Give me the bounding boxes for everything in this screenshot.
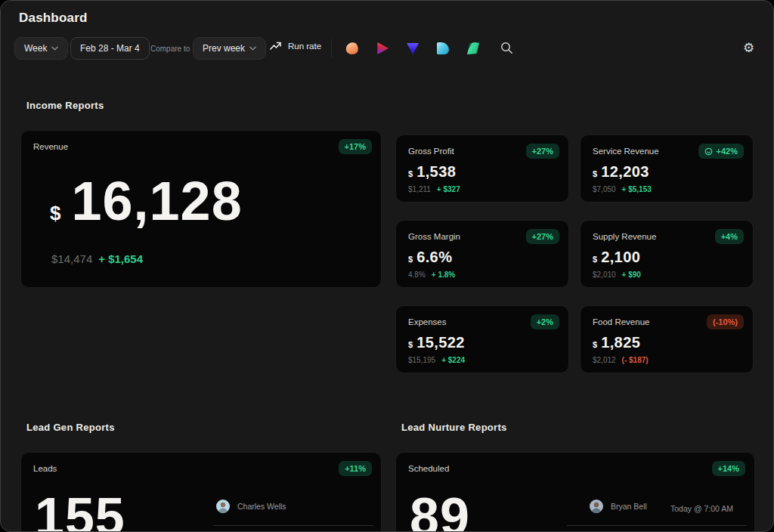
period-selector-label: Week xyxy=(24,43,47,54)
metric-comparison: $2,010 + $90 xyxy=(593,271,641,279)
change-badge: (-10%) xyxy=(707,314,744,329)
metric-value: $ 15,522 xyxy=(408,334,465,351)
change-badge: +4% xyxy=(715,229,744,244)
avatar xyxy=(590,500,603,513)
lead-person-row[interactable]: Charles Wells xyxy=(216,500,286,513)
currency-symbol: $ xyxy=(50,202,60,225)
flag-logo-icon[interactable] xyxy=(467,42,479,54)
revenue-card[interactable]: Revenue +17% $ 16,128 $14,474 + $1,654 xyxy=(20,130,382,288)
supply-revenue-card[interactable]: Supply Revenue +4% $ 2,100 $2,010 + $90 xyxy=(580,220,754,288)
nurture-person-row[interactable]: Bryan Bell xyxy=(590,500,647,513)
person-name: Bryan Bell xyxy=(611,502,647,511)
change-badge: +14% xyxy=(712,461,745,476)
badge-medal-icon xyxy=(704,147,713,156)
revenue-value: $ 16,128 xyxy=(50,170,243,232)
revenue-comparison: $14,474 + $1,654 xyxy=(51,252,143,265)
chevron-down-icon xyxy=(51,46,58,51)
gross-profit-card[interactable]: Gross Profit +27% $ 1,538 $1,211 + $327 xyxy=(395,135,569,203)
metric-comparison: $7,050 + $5,153 xyxy=(593,185,652,193)
toolbar-divider xyxy=(331,39,332,57)
settings-gear-icon[interactable]: ⚙ xyxy=(743,40,754,57)
scheduled-card-label: Scheduled xyxy=(408,464,449,473)
run-rate-label: Run rate xyxy=(288,42,321,51)
metric-value: $ 1,538 xyxy=(408,163,456,181)
play-gradient-logo-icon[interactable] xyxy=(376,42,389,54)
metric-comparison: $2,012 (- $187) xyxy=(593,356,649,364)
date-range-button[interactable]: Feb 28 - Mar 4 xyxy=(70,37,150,60)
metric-value: $ 2,100 xyxy=(593,249,640,266)
date-range-label: Feb 28 - Mar 4 xyxy=(80,43,140,54)
currency-symbol: $ xyxy=(408,255,413,264)
metric-value: $ 1,825 xyxy=(593,334,640,351)
leads-value: 155 xyxy=(35,490,125,532)
change-badge: +11% xyxy=(339,461,372,476)
revenue-change-badge: +17% xyxy=(339,139,372,154)
metric-comparison: $1,211 + $327 xyxy=(408,185,460,193)
person-name: Charles Wells xyxy=(237,502,286,511)
wave-logo-icon[interactable] xyxy=(437,42,449,54)
metric-comparison: $15,195 + $224 xyxy=(408,356,465,364)
currency-symbol: $ xyxy=(408,169,413,178)
change-badge: +27% xyxy=(526,144,559,159)
income-reports-heading: Income Reports xyxy=(26,100,104,111)
scheduled-time-label: Today @ 7:00 AM xyxy=(670,504,733,513)
dashboard-window: Dashboard Week Feb 28 - Mar 4 Compare to… xyxy=(0,0,774,532)
change-badge: +42% xyxy=(698,144,744,159)
lead-gen-heading: Lead Gen Reports xyxy=(26,422,115,433)
chevron-down-icon xyxy=(249,46,256,51)
trend-up-icon xyxy=(270,42,282,51)
scheduled-value: 89 xyxy=(410,490,470,532)
leads-card[interactable]: Leads +11% 155 Charles Wells xyxy=(20,452,382,532)
period-selector[interactable]: Week xyxy=(14,37,68,60)
delta-value: + $1,654 xyxy=(98,252,143,265)
currency-symbol: $ xyxy=(593,169,597,178)
app-icon-row xyxy=(346,42,479,54)
compare-selector[interactable]: Prev week xyxy=(193,37,266,60)
row-divider xyxy=(213,525,373,526)
metric-value: $ 6.6% xyxy=(408,249,452,266)
revenue-card-label: Revenue xyxy=(33,142,68,151)
currency-symbol: $ xyxy=(408,340,413,349)
row-divider xyxy=(567,525,747,526)
income-metrics-grid: Gross Profit +27% $ 1,538 $1,211 + $327 … xyxy=(395,135,754,373)
avatar xyxy=(216,500,230,513)
change-badge: +2% xyxy=(531,314,559,329)
metric-value: $ 12,203 xyxy=(593,163,649,181)
page-title: Dashboard xyxy=(19,11,88,26)
run-rate-button[interactable]: Run rate xyxy=(270,42,321,51)
compare-to-label: Compare to xyxy=(150,45,190,53)
service-revenue-card[interactable]: Service Revenue +42% $ 12,203 $7,050 + $… xyxy=(580,135,754,203)
gross-margin-card[interactable]: Gross Margin +27% $ 6.6% 4.8% + 1.8% xyxy=(395,220,569,288)
metric-comparison: 4.8% + 1.8% xyxy=(408,271,455,279)
change-badge: +27% xyxy=(526,229,559,244)
food-revenue-card[interactable]: Food Revenue (-10%) $ 1,825 $2,012 (- $1… xyxy=(580,305,754,373)
compare-selector-label: Prev week xyxy=(203,43,245,54)
leads-card-label: Leads xyxy=(33,464,57,473)
orange-blob-logo-icon[interactable] xyxy=(345,41,359,55)
currency-symbol: $ xyxy=(593,255,597,264)
previous-value: $14,474 xyxy=(51,252,92,265)
lead-nurture-heading: Lead Nurture Reports xyxy=(401,422,507,433)
funnel-logo-icon[interactable] xyxy=(407,42,419,54)
search-icon[interactable] xyxy=(500,42,513,57)
scheduled-card[interactable]: Scheduled +14% 89 Bryan Bell Today @ 7:0… xyxy=(395,452,755,532)
expenses-card[interactable]: Expenses +2% $ 15,522 $15,195 + $224 xyxy=(395,305,569,373)
currency-symbol: $ xyxy=(593,340,597,349)
